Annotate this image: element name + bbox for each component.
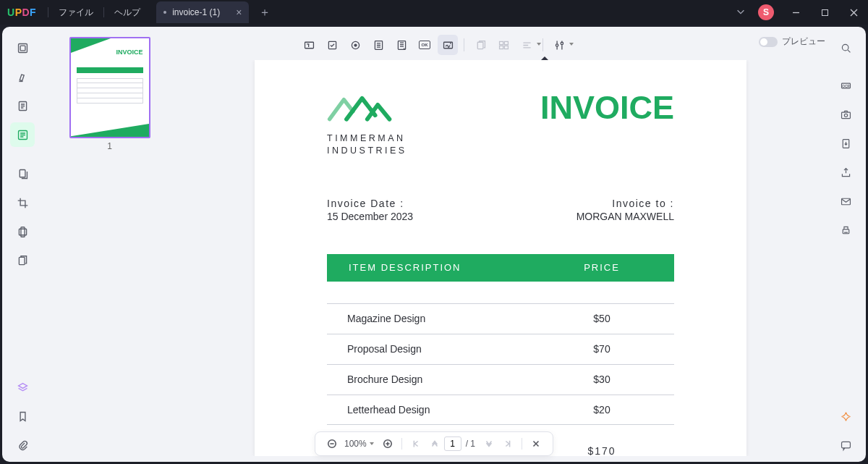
separator xyxy=(522,438,522,450)
company-logo-icon xyxy=(327,89,407,128)
distribute-button xyxy=(516,35,537,55)
digital-signature-button[interactable] xyxy=(438,35,458,55)
zoom-in-button[interactable] xyxy=(378,434,397,453)
separator xyxy=(542,38,543,51)
svg-rect-14 xyxy=(398,41,405,49)
dropdown-button[interactable] xyxy=(368,35,388,55)
ocr-button[interactable]: OCR xyxy=(833,73,858,98)
tool-select-button[interactable] xyxy=(10,35,35,60)
row-price: $50 xyxy=(529,313,674,324)
invoice-to-value: MORGAN MAXWELL xyxy=(576,211,674,222)
separator xyxy=(48,7,48,17)
thumb-invoice-label: INVOICE xyxy=(116,48,142,56)
zoom-out-button[interactable] xyxy=(323,434,341,453)
svg-rect-25 xyxy=(841,112,850,119)
title-bar: UPDF ファイル ヘルプ invoice-1 (1) × ＋ S xyxy=(0,0,868,25)
print-button[interactable] xyxy=(833,218,858,242)
window-close-button[interactable] xyxy=(839,0,868,25)
menu-help[interactable]: ヘルプ xyxy=(106,0,149,25)
preview-toggle[interactable]: プレビュー xyxy=(759,35,825,48)
tool-highlight-button[interactable] xyxy=(10,64,35,89)
thumbnail-panel: INVOICE 1 xyxy=(43,27,176,462)
bookmark-button[interactable] xyxy=(10,404,35,429)
row-price: $70 xyxy=(529,343,674,355)
invoice-date-label: Invoice Date : xyxy=(327,198,413,209)
first-page-button[interactable] xyxy=(407,434,425,453)
table-row: Magazine Design$50 xyxy=(327,303,674,334)
tool-page-manage-button[interactable] xyxy=(10,161,35,186)
svg-rect-6 xyxy=(19,229,26,235)
window-maximize-button[interactable] xyxy=(810,0,839,25)
row-description: Magazine Design xyxy=(327,313,529,324)
align-button xyxy=(493,35,514,55)
row-price: $30 xyxy=(529,374,674,385)
window-minimize-button[interactable] xyxy=(781,0,810,25)
text-field-button[interactable] xyxy=(299,35,319,55)
svg-point-22 xyxy=(842,44,848,51)
screenshot-button[interactable] xyxy=(833,102,858,127)
field-copy-button xyxy=(470,35,490,55)
svg-rect-5 xyxy=(20,169,25,177)
preview-toggle-switch[interactable] xyxy=(759,37,778,47)
ai-button[interactable] xyxy=(833,404,858,429)
svg-rect-9 xyxy=(305,42,313,48)
tool-copy-button[interactable] xyxy=(10,248,35,273)
row-description: Brochure Design xyxy=(327,374,529,385)
page-total: / 1 xyxy=(461,439,480,449)
row-description: Letterhead Design xyxy=(327,404,529,416)
last-page-button[interactable] xyxy=(498,434,517,453)
next-page-button[interactable] xyxy=(480,434,498,453)
toolbar-chevron-button[interactable] xyxy=(731,7,751,19)
page-input[interactable] xyxy=(444,436,461,451)
list-button[interactable] xyxy=(391,35,412,55)
app-logo: UPDF xyxy=(7,7,36,18)
svg-rect-18 xyxy=(499,41,503,44)
svg-rect-17 xyxy=(477,42,483,48)
form-settings-button[interactable] xyxy=(549,35,569,55)
document-page: TIMMERMAN INDUSTRIES INVOICE Invoice Dat… xyxy=(255,60,746,456)
svg-rect-1 xyxy=(18,43,27,52)
tool-crop-button[interactable] xyxy=(10,190,35,215)
radio-button[interactable] xyxy=(345,35,365,55)
tool-note-button[interactable] xyxy=(10,93,35,118)
tool-form-button[interactable] xyxy=(10,122,35,147)
layers-button[interactable] xyxy=(10,375,35,400)
share-button[interactable] xyxy=(833,160,858,185)
comment-button[interactable] xyxy=(833,433,858,457)
table-row: Letterhead Design$20 xyxy=(327,395,674,425)
col-description-header: ITEM DESCRIPTION xyxy=(327,262,529,273)
ok-button[interactable]: OK xyxy=(414,35,435,55)
separator xyxy=(103,7,104,17)
separator xyxy=(401,438,402,450)
bottom-bar: 100% / 1 xyxy=(315,431,553,456)
email-button[interactable] xyxy=(833,189,858,214)
export-button[interactable] xyxy=(833,131,858,156)
prev-page-button[interactable] xyxy=(425,434,444,453)
invoice-table: ITEM DESCRIPTION PRICE Magazine Design$5… xyxy=(327,254,674,456)
document-tab[interactable]: invoice-1 (1) × xyxy=(156,1,249,23)
new-tab-button[interactable]: ＋ xyxy=(256,5,273,20)
svg-rect-30 xyxy=(841,442,850,448)
thumbnail-page-number: 1 xyxy=(43,141,176,151)
close-bottom-bar-button[interactable] xyxy=(527,434,545,453)
page-thumbnail[interactable]: INVOICE xyxy=(69,37,150,138)
checkbox-button[interactable] xyxy=(322,35,342,55)
separator xyxy=(464,38,464,51)
svg-point-26 xyxy=(844,114,847,117)
tool-watermark-button[interactable] xyxy=(10,219,35,244)
zoom-caret-icon[interactable] xyxy=(370,442,374,445)
svg-point-12 xyxy=(354,43,357,46)
svg-rect-2 xyxy=(20,46,25,51)
user-avatar[interactable]: S xyxy=(758,4,774,20)
tab-title: invoice-1 (1) xyxy=(172,7,220,17)
menu-file[interactable]: ファイル xyxy=(50,0,102,25)
svg-rect-29 xyxy=(843,229,849,233)
svg-rect-20 xyxy=(499,46,503,48)
tab-close-button[interactable]: × xyxy=(236,7,242,18)
right-rail: OCR xyxy=(825,27,866,462)
page-viewport[interactable]: TIMMERMAN INDUSTRIES INVOICE Invoice Dat… xyxy=(176,60,825,456)
attachment-button[interactable] xyxy=(10,433,35,457)
search-button[interactable] xyxy=(833,35,858,60)
invoice-title: INVOICE xyxy=(540,89,674,127)
zoom-value[interactable]: 100% xyxy=(341,439,368,449)
